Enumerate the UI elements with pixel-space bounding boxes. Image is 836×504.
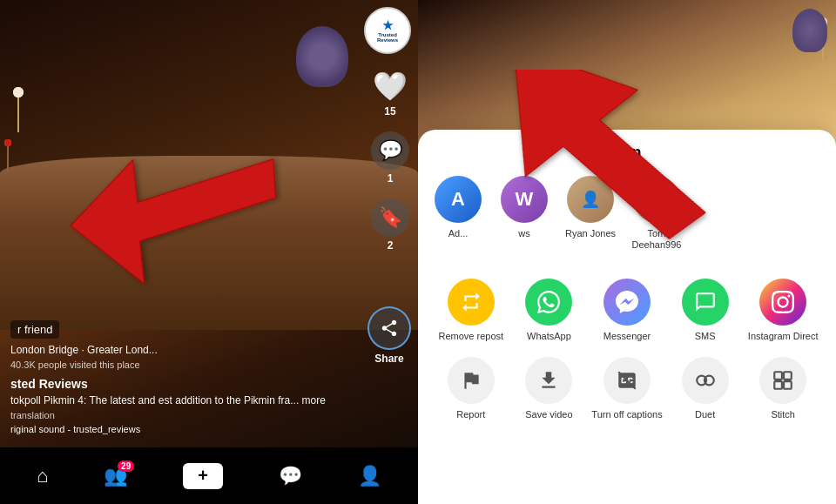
app-whatsapp[interactable]: WhatsApp: [514, 279, 585, 342]
description: tokpoll Pikmin 4: The latest and est add…: [10, 394, 357, 407]
app-stitch[interactable]: Stitch: [747, 357, 819, 420]
svg-rect-5: [784, 372, 792, 380]
inbox-icon: 💬: [279, 465, 302, 487]
apps-grid: Remove repost WhatsApp Messenger: [432, 279, 822, 420]
trusted-reviews-badge: ★ Trusted Reviews: [364, 7, 411, 54]
app-instagram[interactable]: Instagram Direct: [747, 279, 819, 342]
duet-label: Duet: [695, 409, 715, 420]
heart-icon: 🤍: [373, 70, 408, 103]
app-duet[interactable]: Duet: [670, 357, 741, 420]
stitch-icon: [759, 357, 806, 404]
report-label: Report: [456, 409, 485, 420]
left-panel: ★ Trusted Reviews 🤍 15 💬 1 🔖 2: [0, 0, 418, 504]
sheet-title: Sen: [432, 144, 822, 162]
captions-label: Turn off captions: [591, 409, 662, 420]
location-text: London Bridge · Greater Lond...: [10, 344, 357, 356]
translation: translation: [10, 410, 357, 420]
video-overlay: r friend London Bridge · Greater Lond...…: [10, 320, 357, 434]
app-messenger[interactable]: Messenger: [591, 279, 663, 342]
save-icon: [525, 357, 572, 404]
share-icon-circle: [367, 306, 411, 350]
instagram-icon: [759, 279, 806, 326]
action-buttons: 🤍 15 💬 1 🔖 2: [371, 70, 409, 252]
comment-icon: 💬: [371, 131, 409, 170]
bookmark-button[interactable]: 🔖 2: [371, 198, 409, 252]
like-button[interactable]: 🤍 15: [373, 70, 408, 118]
stitch-label: Stitch: [771, 409, 795, 420]
profile-icon: 👤: [358, 465, 381, 487]
instagram-label: Instagram Direct: [748, 331, 819, 342]
nav-home[interactable]: ⌂: [37, 465, 48, 487]
add-button[interactable]: +: [183, 463, 223, 489]
captions-icon: [603, 357, 651, 404]
sms-label: SMS: [695, 331, 716, 342]
app-save[interactable]: Save video: [514, 357, 585, 420]
app-captions[interactable]: Turn off captions: [591, 357, 663, 420]
nav-friends[interactable]: 👥 29: [104, 465, 127, 487]
contact-avatar: W: [501, 176, 548, 223]
share-label: Share: [374, 353, 403, 365]
comment-button[interactable]: 💬 1: [371, 131, 409, 185]
like-count: 15: [384, 105, 395, 118]
comment-count: 1: [388, 172, 394, 185]
username: sted Reviews: [10, 377, 357, 391]
add-icon: +: [198, 466, 208, 486]
character: [296, 26, 348, 87]
duet-icon: [682, 357, 729, 404]
contact-item[interactable]: 👤 Tom Deehan996: [630, 176, 683, 251]
repost-icon: [448, 279, 495, 326]
svg-rect-7: [784, 381, 792, 389]
contact-name: Tom Deehan996: [630, 228, 683, 251]
home-icon: ⌂: [37, 465, 48, 487]
video-background: ★ Trusted Reviews 🤍 15 💬 1 🔖 2: [0, 0, 418, 504]
contact-avatar: 👤: [567, 176, 614, 223]
contact-item[interactable]: A Ad...: [432, 176, 484, 251]
bookmark-icon: 🔖: [371, 198, 409, 237]
share-icon: [380, 319, 399, 338]
notification-badge: 29: [118, 460, 134, 472]
app-repost[interactable]: Remove repost: [435, 279, 507, 342]
app-report[interactable]: Report: [435, 357, 507, 420]
ground: [0, 156, 418, 330]
messenger-icon: [603, 279, 651, 326]
contact-name: Ad...: [448, 228, 469, 239]
contacts-row: A Ad... W ws 👤 Ryan Jones 👤: [432, 176, 822, 265]
svg-rect-4: [774, 372, 782, 380]
contact-item[interactable]: 👤 Ryan Jones: [564, 176, 617, 251]
contact-name: ws: [518, 228, 529, 239]
whatsapp-icon: [525, 279, 572, 326]
sms-icon: [682, 279, 729, 326]
share-button[interactable]: Share: [367, 306, 411, 365]
contact-item[interactable]: W ws: [498, 176, 550, 251]
svg-rect-6: [774, 381, 782, 389]
friend-tag: r friend: [10, 320, 59, 339]
nav-profile[interactable]: 👤: [358, 465, 381, 487]
nav-add[interactable]: +: [183, 463, 223, 489]
visit-count: 40.3K people visited this place: [10, 360, 357, 370]
messenger-label: Messenger: [603, 331, 651, 342]
contact-avatar: A: [435, 176, 482, 223]
app-sms[interactable]: SMS: [670, 279, 741, 342]
bookmark-count: 2: [388, 239, 394, 252]
bottom-navigation: ⌂ 👥 29 + 💬 👤: [0, 447, 418, 504]
save-label: Save video: [525, 409, 572, 420]
nav-inbox[interactable]: 💬: [279, 465, 302, 487]
whatsapp-label: WhatsApp: [527, 331, 571, 342]
sound-info: riginal sound - trusted_reviews: [10, 424, 357, 434]
share-sheet: Sen A Ad... W ws 👤 Ryan: [418, 130, 836, 504]
repost-label: Remove repost: [439, 331, 504, 342]
contact-name: Ryan Jones: [565, 228, 616, 239]
contact-avatar: 👤: [633, 176, 680, 223]
right-panel: Sen A Ad... W ws 👤 Ryan: [418, 0, 836, 504]
report-icon: [448, 357, 495, 404]
